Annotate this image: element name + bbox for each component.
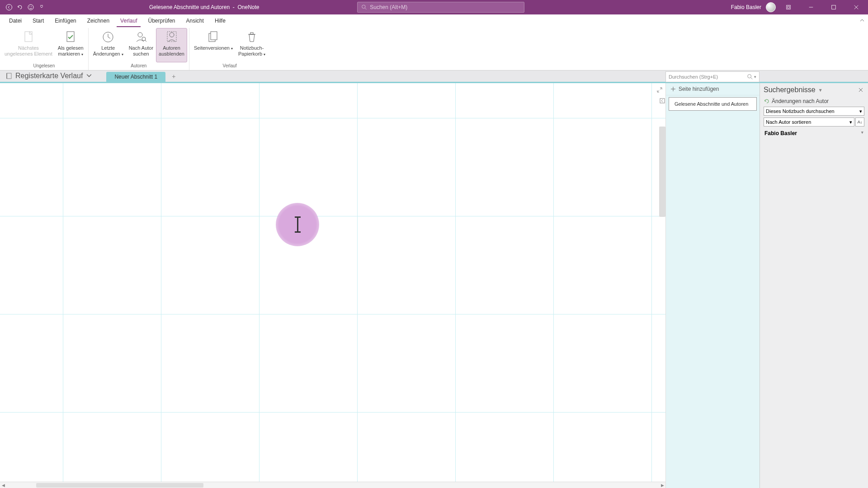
ribbon-group-autoren: Letzte Änderungen ▾Nach Autor suchenAuto… [89, 28, 189, 70]
vertical-scrollbar-thumb[interactable] [659, 127, 665, 217]
group-label: Ungelesen [33, 62, 55, 70]
person-search-icon [134, 30, 148, 44]
tab-start[interactable]: Start [27, 14, 49, 27]
user-name[interactable]: Fabio Basler [731, 4, 761, 10]
page-item[interactable]: Gelesene Abschnitte und Autoren [669, 97, 757, 111]
titlebar: Gelesene Abschnitte und Autoren - OneNot… [0, 0, 868, 14]
local-search-placeholder: Durchsuchen (Strg+E) [669, 74, 718, 80]
changes-by-author-row[interactable]: Änderungen nach Autor [760, 97, 868, 106]
author-name: Fabio Basler [764, 130, 797, 136]
tab-überprüfen[interactable]: Überprüfen [142, 14, 180, 27]
refresh-icon [764, 98, 770, 104]
notizbuch-papierkorb-button[interactable]: Notizbuch- Papierkorb ▾ [236, 28, 268, 62]
notebook-name: Registerkarte Verlauf [15, 72, 83, 80]
add-page-label: Seite hinzufügen [679, 86, 719, 92]
search-results-pane: Suchergebnisse ▼ Änderungen nach Autor D… [760, 83, 868, 488]
cursor-indicator [276, 203, 319, 246]
person-hide-icon [165, 30, 179, 44]
global-search-input[interactable] [370, 4, 520, 10]
close-button[interactable] [846, 0, 866, 14]
close-icon [854, 5, 859, 10]
svg-rect-33 [660, 99, 665, 103]
versions-icon [206, 30, 221, 44]
minimize-icon [808, 5, 814, 10]
scroll-left-button[interactable]: ◀ [0, 483, 6, 488]
svg-rect-22 [167, 32, 176, 42]
chevron-down-icon [85, 72, 93, 80]
page-list: Seite hinzufügen Gelesene Abschnitte und… [665, 83, 760, 488]
ribbon-group-verlauf: Seitenversionen ▾Notizbuch- Papierkorb ▾… [189, 28, 270, 70]
add-page-button[interactable]: Seite hinzufügen [666, 83, 760, 95]
collapse-icon [660, 98, 665, 103]
chevron-down-icon: ▾ [861, 130, 863, 136]
svg-rect-14 [67, 32, 74, 42]
notes-icon [786, 5, 791, 10]
local-search[interactable]: Durchsuchen (Strg+E) ▾ [665, 71, 760, 82]
nach-autor-suchen-button[interactable]: Nach Autor suchen [126, 28, 156, 62]
app-name: OneNote [237, 4, 259, 10]
doc-title: Gelesene Abschnitte und Autoren [149, 4, 230, 10]
search-pane-dropdown[interactable]: ▼ [818, 88, 823, 93]
svg-point-19 [142, 37, 146, 41]
sort-select[interactable]: Nach Autor sortieren▾ [764, 117, 854, 127]
author-group[interactable]: Fabio Basler ▾ [760, 127, 868, 139]
expand-icon [656, 87, 663, 93]
section-tab[interactable]: Neuer Abschnitt 1 [106, 72, 165, 82]
svg-point-1 [28, 5, 33, 10]
search-dropdown-icon[interactable]: ▾ [754, 75, 756, 79]
svg-point-3 [31, 6, 32, 7]
seitenversionen-button[interactable]: Seitenversionen ▾ [191, 28, 236, 62]
svg-point-5 [362, 5, 365, 8]
autoren-ausblenden-button[interactable]: Autoren ausblenden [156, 28, 187, 62]
svg-rect-27 [7, 73, 11, 79]
back-button[interactable] [5, 3, 14, 12]
canvas-wrap: ◀ ▶ [0, 83, 665, 488]
add-section-button[interactable]: + [172, 73, 175, 82]
qat-dropdown[interactable] [37, 3, 46, 12]
tab-datei[interactable]: Datei [4, 14, 27, 27]
text-cursor-icon [297, 216, 298, 233]
tab-ansicht[interactable]: Ansicht [181, 14, 209, 27]
notebook-selector[interactable]: Registerkarte Verlauf [4, 71, 97, 82]
window-title: Gelesene Abschnitte und Autoren - OneNot… [149, 4, 259, 10]
touch-mode-button[interactable] [26, 3, 35, 12]
als-gelesen-button[interactable]: Als gelesen markieren ▾ [55, 28, 86, 62]
notes-button[interactable] [778, 0, 798, 14]
svg-rect-8 [788, 6, 789, 8]
undo-button[interactable] [15, 3, 24, 12]
search-pane-header: Suchergebnisse ▼ [760, 83, 868, 97]
letzte-aenderungen-button[interactable]: Letzte Änderungen ▾ [90, 28, 126, 62]
naechstes-ungelesenes-button: Nächstes ungelesenes Element [2, 28, 55, 62]
search-icon [361, 4, 367, 10]
svg-point-21 [170, 33, 174, 37]
avatar[interactable] [766, 2, 776, 12]
plus-icon [670, 86, 676, 92]
svg-rect-7 [787, 5, 791, 9]
svg-line-17 [108, 37, 110, 38]
ribbon: Nächstes ungelesenes ElementAls gelesen … [0, 27, 868, 70]
expand-canvas-button[interactable] [656, 87, 663, 95]
collapse-ribbon-button[interactable] [859, 17, 865, 25]
maximize-button[interactable] [824, 0, 844, 14]
horizontal-scrollbar[interactable]: ◀ ▶ [0, 482, 665, 488]
tab-hilfe[interactable]: Hilfe [209, 14, 231, 27]
svg-point-0 [6, 5, 12, 10]
undo-icon [16, 4, 24, 11]
horizontal-scrollbar-thumb[interactable] [36, 483, 203, 488]
note-canvas[interactable] [0, 83, 665, 482]
scope-select[interactable]: Dieses Notizbuch durchsuchen▾ [764, 107, 864, 116]
search-pane-close[interactable] [857, 86, 864, 94]
global-search[interactable] [357, 2, 524, 13]
quick-access-toolbar [0, 3, 46, 12]
tab-verlauf[interactable]: Verlauf [115, 14, 142, 27]
tab-zeichnen[interactable]: Zeichnen [82, 14, 115, 27]
minimize-button[interactable] [801, 0, 821, 14]
smiley-icon [27, 4, 34, 11]
sort-direction-button[interactable]: A↓ [855, 117, 864, 127]
scroll-right-button[interactable]: ▶ [659, 483, 665, 488]
page-check-icon [63, 30, 78, 44]
tab-einfügen[interactable]: Einfügen [49, 14, 81, 27]
group-label: Autoren [131, 62, 146, 70]
page-nav-button[interactable] [660, 98, 665, 105]
chevron-down-icon: ▾ [849, 119, 852, 125]
